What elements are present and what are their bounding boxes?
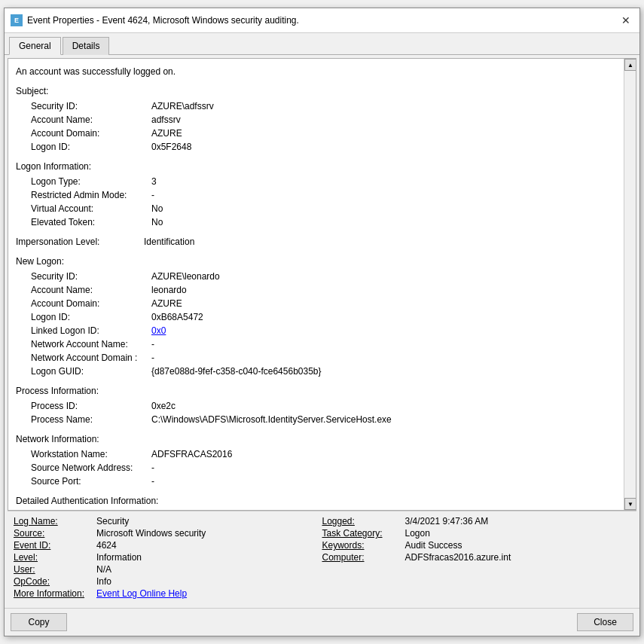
field-row: Network Account Name: - <box>16 337 616 351</box>
event-intro: An account was successfully logged on. <box>16 65 616 78</box>
field-label: Account Domain: <box>31 127 151 140</box>
meta-section: Log Name: Security Source: Microsoft Win… <box>8 511 636 605</box>
scroll-area: An account was successfully logged on. S… <box>8 58 636 511</box>
field-value: 0xB68A5472 <box>151 310 203 324</box>
network-info-block: Network Information: Workstation Name: A… <box>16 432 616 488</box>
event-detail-scroll[interactable]: An account was successfully logged on. S… <box>8 59 624 510</box>
field-row: Logon ID: 0xB68A5472 <box>16 310 616 324</box>
field-row: Network Account Domain : - <box>16 351 616 365</box>
more-info-label: More Information: <box>14 588 96 599</box>
field-row: Logon Type: 3 <box>16 175 616 188</box>
meta-row-opcode: OpCode: Info <box>14 576 322 587</box>
field-value: - <box>151 351 154 365</box>
logon-info-block: Logon Information: Logon Type: 3 Restric… <box>16 160 616 229</box>
field-label: Restricted Admin Mode: <box>31 188 151 202</box>
meta-row-computer: Computer: ADFSfracas2016.azure.int <box>322 552 631 563</box>
field-row: Security ID: AZURE\adfssrv <box>16 99 616 113</box>
field-label: Network Account Name: <box>31 337 151 351</box>
meta-row-moreinfo: More Information: Event Log Online Help <box>14 588 322 599</box>
field-value: W <box>151 509 160 510</box>
impersonation-block: Impersonation Level: Identification <box>16 235 616 249</box>
field-label: Account Name: <box>31 113 151 127</box>
event-properties-window: E Event Properties - Event 4624, Microso… <box>4 8 640 636</box>
field-label: Process Name: <box>31 413 151 426</box>
process-info-block: Process Information: Process ID: 0xe2c P… <box>16 384 616 426</box>
field-row: Source Port: - <box>16 475 616 488</box>
copy-button[interactable]: Copy <box>11 613 67 631</box>
main-content: An account was successfully logged on. S… <box>5 55 639 608</box>
field-value: ADFSFRACAS2016 <box>151 447 232 461</box>
window-close-button[interactable]: ✕ <box>618 13 633 28</box>
keywords-value: Audit Success <box>405 540 631 551</box>
field-value: leonardo <box>151 283 187 297</box>
impersonation-value: Identification <box>144 235 194 249</box>
meta-row-keywords: Keywords: Audit Success <box>322 540 631 551</box>
subject-block: Subject: Security ID: AZURE\adfssrv Acco… <box>16 84 616 154</box>
level-label: Level: <box>14 552 96 563</box>
scroll-buttons: ▲ ▼ <box>624 59 636 510</box>
title-bar-left: E Event Properties - Event 4624, Microso… <box>11 14 299 26</box>
logged-label: Logged: <box>322 516 405 526</box>
tab-general[interactable]: General <box>9 37 61 55</box>
field-label: Account Domain: <box>31 297 151 310</box>
scroll-down-button[interactable]: ▼ <box>624 498 636 510</box>
computer-label: Computer: <box>322 552 405 563</box>
field-row: Workstation Name: ADFSFRACAS2016 <box>16 447 616 461</box>
field-row: Security ID: AZURE\leonardo <box>16 270 616 283</box>
impersonation-row: Impersonation Level: Identification <box>16 235 616 249</box>
user-value: N/A <box>96 564 322 575</box>
field-label: Source Network Address: <box>31 461 151 475</box>
log-name-label: Log Name: <box>14 516 96 526</box>
detailed-auth-header: Detailed Authentication Information: <box>16 494 616 508</box>
bottom-bar: Copy Close <box>5 608 639 636</box>
field-row: Elevated Token: No <box>16 215 616 229</box>
user-label: User: <box>14 564 96 575</box>
title-bar: E Event Properties - Event 4624, Microso… <box>5 8 639 33</box>
field-label: Security ID: <box>31 270 151 283</box>
field-label: Security ID: <box>31 99 151 113</box>
opcode-label: OpCode: <box>14 576 96 587</box>
meta-row-task: Task Category: Logon <box>322 528 631 539</box>
field-value: No <box>151 215 163 229</box>
field-value: No <box>151 202 163 215</box>
field-row: Process Name: C:\Windows\ADFS\Microsoft.… <box>16 413 616 426</box>
window-icon: E <box>11 14 23 26</box>
linked-logon-id-value[interactable]: 0x0 <box>151 324 166 337</box>
field-row: Linked Logon ID: 0x0 <box>16 324 616 337</box>
tabs-bar: General Details <box>5 33 639 55</box>
field-value: {d87e088d-9fef-c358-c040-fce6456b035b} <box>151 365 322 378</box>
field-row: Account Name: adfssrv <box>16 113 616 127</box>
field-label: Logon Type: <box>31 175 151 188</box>
field-row: Process ID: 0xe2c <box>16 399 616 413</box>
close-button[interactable]: Close <box>577 613 633 631</box>
impersonation-label: Impersonation Level: <box>16 235 144 249</box>
field-value: 0x5F2648 <box>151 140 191 154</box>
field-label: Account Name: <box>31 283 151 297</box>
meta-row-source: Source: Microsoft Windows security <box>14 528 322 539</box>
source-label: Source: <box>14 528 96 539</box>
more-info-value[interactable]: Event Log Online Help <box>96 588 322 599</box>
field-row: Account Name: leonardo <box>16 283 616 297</box>
field-label: Source Port: <box>31 475 151 488</box>
field-value: AZURE\leonardo <box>151 270 220 283</box>
network-info-header: Network Information: <box>16 432 616 446</box>
opcode-value: Info <box>96 576 322 587</box>
scroll-up-button[interactable]: ▲ <box>624 59 636 71</box>
field-value: 3 <box>151 175 157 188</box>
event-id-value: 4624 <box>96 540 322 551</box>
new-logon-header: New Logon: <box>16 255 616 268</box>
field-label: Logon Process: <box>31 509 151 510</box>
field-row: Logon GUID: {d87e088d-9fef-c358-c040-fce… <box>16 365 616 378</box>
task-category-value: Logon <box>405 528 631 539</box>
field-label: Workstation Name: <box>31 447 151 461</box>
field-value: - <box>151 475 154 488</box>
meta-row-level: Level: Information <box>14 552 322 563</box>
meta-row-user: User: N/A <box>14 564 322 575</box>
field-label: Process ID: <box>31 399 151 413</box>
task-category-label: Task Category: <box>322 528 405 539</box>
field-label: Linked Logon ID: <box>31 324 151 337</box>
field-label: Virtual Account: <box>31 202 151 215</box>
field-value: - <box>151 188 154 202</box>
field-label: Logon ID: <box>31 140 151 154</box>
tab-details[interactable]: Details <box>63 37 110 55</box>
